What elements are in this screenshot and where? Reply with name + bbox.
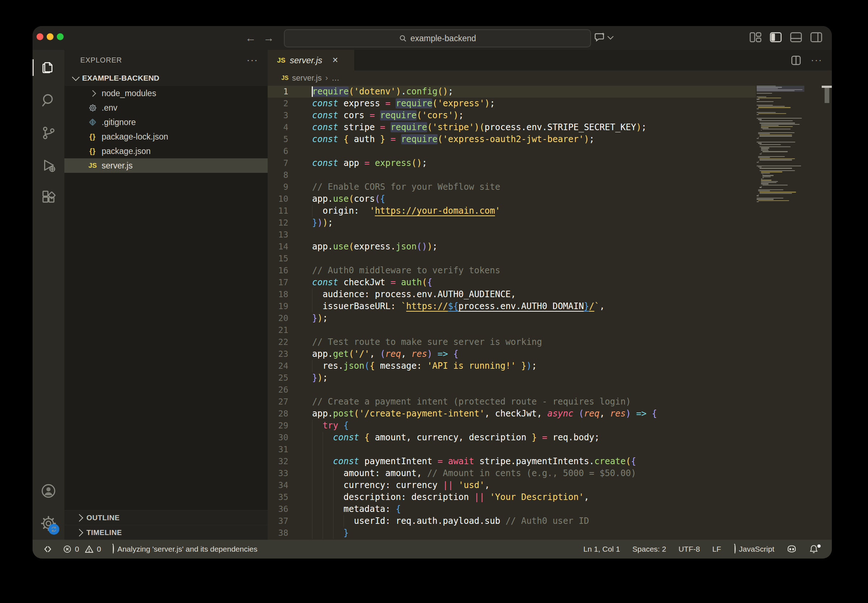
line-number: 17 [268,277,306,289]
activity-bar-item-explorer[interactable] [32,51,64,84]
minimap-line [760,135,792,135]
split-editor-icon[interactable] [791,55,801,66]
breadcrumb-symbol[interactable]: … [332,73,340,83]
minimap-line [760,187,762,188]
line-number: 31 [268,444,306,456]
code-line: 11 origin: 'https://your-domain.com' [268,205,756,217]
minimap-line [761,130,762,130]
command-center-search[interactable]: example-backend [284,29,591,47]
timeline-section-header[interactable]: TIMELINE [64,525,268,540]
navigate-back-button[interactable]: ← [245,31,256,45]
activity-bar-item-run-debug[interactable] [32,149,64,181]
toggle-primary-sidebar-icon[interactable] [770,32,782,43]
minimap-line [761,125,779,126]
indent-guide [312,491,313,503]
status-item-copilot[interactable] [787,544,797,554]
activity-bar [32,50,64,540]
status-item-indentation[interactable]: Spaces: 2 [633,545,666,554]
minimap[interactable] [757,86,822,540]
indent-guide [323,467,323,479]
code-text: res.json({ message: 'API is running!' })… [306,360,537,372]
code-text [306,145,312,157]
tab-server-js[interactable]: JS server.js × [268,50,355,71]
minimap-line [758,143,762,144]
status-item-language-mode[interactable]: JavaScript [733,545,774,554]
close-window-button[interactable] [37,33,43,40]
chevron-right-icon [88,91,97,96]
tab-label: server.js [290,55,322,65]
toggle-secondary-sidebar-icon[interactable] [810,32,822,43]
minimap-line [758,97,781,98]
indent-guide [333,527,333,539]
code-text: const app = express(); [306,157,427,169]
status-item-eol[interactable]: LF [712,545,721,554]
minimap-line [761,150,769,151]
line-number: 3 [268,110,306,121]
more-actions-icon[interactable]: ··· [811,54,822,66]
code-editor[interactable]: 1require('dotenv').config();2const expre… [268,86,832,540]
activity-bar-item-accounts[interactable] [32,475,64,507]
code-text: issuerBaseURL: `https://${process.env.AU… [306,300,605,312]
minimap-highlight [757,86,805,92]
activity-bar-item-settings[interactable] [32,507,64,540]
zoom-window-button[interactable] [57,33,63,40]
code-text: app.use(cors({ [306,193,385,205]
minimap-line [760,144,781,145]
file-tree-item-node-modules[interactable]: node_modules [64,86,268,100]
scrollbar-thumb[interactable] [825,88,829,103]
breadcrumb-separator: › [325,73,328,83]
project-root-folder[interactable]: EXAMPLE-BACKEND [64,70,268,86]
code-text: const express = require('express'); [306,97,495,110]
file-tree-item--env[interactable]: .env [64,100,268,115]
toggle-panel-icon[interactable] [790,32,802,43]
minimap-line [760,158,795,159]
minimize-window-button[interactable] [46,33,54,40]
activity-bar-item-extensions[interactable] [32,181,64,214]
minimap-line [761,181,778,182]
chevron-right-icon [76,514,83,521]
code-line: 31 [268,444,756,456]
activity-bar-item-search[interactable] [32,84,64,116]
file-tree-item-server-js[interactable]: JSserver.js [64,158,268,173]
file-tree-item--gitignore[interactable]: .gitignore [64,115,268,130]
line-number: 9 [268,181,306,193]
explorer-sidebar: EXPLORER ··· EXAMPLE-BACKEND node_module… [64,50,268,540]
command-center-value: example-backend [410,34,476,43]
spinner-icon [112,545,114,554]
close-tab-icon[interactable]: × [333,54,338,66]
indent-guide [312,420,313,431]
status-item-cursor-position[interactable]: Ln 1, Col 1 [583,545,620,554]
status-item-problems[interactable]: 00 [63,545,101,554]
indent-guide [323,503,323,515]
editor-scrollbar[interactable] [822,86,832,540]
minimap-line [763,129,791,130]
outline-section-header[interactable]: OUTLINE [64,510,268,525]
activity-bar-item-source-control[interactable] [32,116,64,149]
debug-icon [41,158,56,173]
status-item-analyzing[interactable]: Analyzing 'server.js' and its dependenci… [112,545,257,554]
minimap-line [757,114,759,115]
minimap-line [757,201,759,202]
layout-controls [749,32,822,43]
copilot-chat-button[interactable] [594,31,613,43]
line-number: 36 [268,503,306,515]
breadcrumb-file[interactable]: server.js [292,73,322,83]
project-root-label: EXAMPLE-BACKEND [82,74,159,82]
indent-guide [323,491,323,503]
status-item-notifications[interactable] [809,544,822,554]
explorer-more-actions-button[interactable]: ··· [247,54,258,66]
status-item-remote[interactable] [43,545,52,554]
code-line: 3const cors = require('cors'); [268,110,756,121]
file-tree-item-package-lock-json[interactable]: {}package-lock.json [64,130,268,144]
minimap-line [758,157,770,158]
search-icon [399,34,407,42]
navigate-forward-button[interactable]: → [263,31,274,45]
code-text: })); [306,217,333,229]
status-item-encoding[interactable]: UTF-8 [678,545,700,554]
file-tree-item-package-json[interactable]: {}package.json [64,144,268,158]
braces-file-icon: {} [88,133,97,141]
indent-guide [312,205,313,217]
chevron-down-icon [608,33,614,39]
customize-layout-icon[interactable] [749,32,762,43]
code-text: userId: req.auth.payload.sub // Auth0 us… [306,515,589,527]
